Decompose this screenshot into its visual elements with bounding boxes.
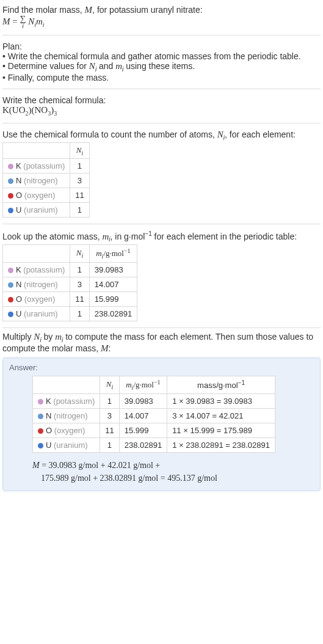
table-row: U (uranium)1238.02891 [3, 306, 137, 321]
sigma-block: ∑i [20, 15, 26, 29]
n-cell: 1 [70, 262, 89, 277]
intro-text-1: Find the molar mass, [2, 5, 85, 15]
lookup-heading-exp: −1 [145, 230, 151, 237]
m-cell: 14.007 [119, 408, 167, 423]
n-cell: 3 [70, 174, 89, 188]
element-cell: O (oxygen) [33, 423, 100, 437]
eq-equals: = [10, 16, 20, 26]
col-N-header: Ni [70, 244, 89, 262]
final-M: M [32, 461, 40, 470]
element-cell: N (nitrogen) [33, 408, 100, 423]
col-mass-exp: −1 [238, 379, 245, 386]
final-line2: 175.989 g/mol + 238.02891 g/mol = 495.13… [32, 474, 217, 483]
plan-b2-and: and [96, 61, 115, 71]
multiply-c: : [109, 343, 111, 353]
eq-lhs: M [2, 16, 10, 26]
mass-cell: 1 × 238.02891 = 238.02891 [167, 437, 275, 452]
m-cell: 238.02891 [119, 437, 167, 452]
col-m-unit: /g·mol [133, 380, 154, 389]
element-symbol: N [16, 280, 24, 289]
write-formula-heading: Write the chemical formula: [2, 95, 321, 105]
element-name: (oxygen) [24, 191, 56, 200]
chem-s3: 3 [54, 110, 57, 117]
count-section: Use the chemical formula to count the nu… [2, 127, 321, 224]
table-row: K (potassium)139.09831 × 39.0983 = 39.09… [33, 393, 275, 408]
element-cell: U (uranium) [3, 306, 70, 321]
plan-b2-N: N [89, 61, 95, 71]
element-name: (potassium) [53, 397, 95, 406]
element-name: (nitrogen) [24, 280, 58, 289]
lookup-section: Look up the atomic mass, mi, in g·mol−1 … [2, 228, 321, 327]
plan-bullet-2: • Determine values for Ni and mi using t… [2, 61, 321, 73]
mass-cell: 1 × 39.0983 = 39.0983 [167, 393, 275, 408]
element-symbol: N [46, 411, 54, 420]
eq-m-sub: i [43, 21, 45, 28]
col-m-unit: /g·mol [103, 249, 124, 258]
element-symbol: U [16, 205, 24, 214]
element-swatch-icon [8, 268, 13, 273]
element-symbol: O [16, 295, 24, 304]
lookup-table: Ni mi/g·mol−1 K (potassium)139.0983N (ni… [2, 244, 137, 321]
answer-label: Answer: [9, 363, 314, 372]
table-row: O (oxygen)11 [3, 188, 90, 203]
multiply-a: Multiply [2, 332, 34, 342]
element-swatch-icon [8, 297, 13, 302]
n-cell: 3 [70, 277, 89, 291]
multiply-by: by [42, 332, 56, 342]
table-row: N (nitrogen)314.007 [3, 277, 137, 291]
final-line1: = 39.0983 g/mol + 42.021 g/mol + [40, 461, 161, 470]
element-swatch-icon [8, 208, 13, 213]
intro-section: Find the molar mass, M, for potassium ur… [2, 2, 321, 35]
table-row: O (oxygen)1115.99911 × 15.999 = 175.989 [33, 423, 275, 437]
col-mass-header: mass/g·mol−1 [167, 376, 275, 393]
plan-heading: Plan: [2, 42, 321, 51]
n-cell: 1 [70, 159, 89, 174]
write-formula-section: Write the chemical formula: K(UO2)(NO3)3 [2, 93, 321, 123]
n-cell: 1 [70, 203, 89, 218]
col-m-header: mi/g·mol−1 [89, 244, 137, 262]
n-cell: 1 [100, 393, 119, 408]
answer-box: Answer: Ni mi/g·mol−1 mass/g·mol−1 K (po… [2, 357, 321, 491]
n-cell: 11 [70, 188, 89, 203]
eq-N: N [28, 16, 34, 26]
element-swatch-icon [38, 399, 43, 404]
element-name: (potassium) [23, 265, 65, 274]
element-cell: U (uranium) [33, 437, 100, 452]
chemical-formula: K(UO2)(NO3)3 [2, 105, 321, 117]
element-cell: N (nitrogen) [3, 174, 70, 188]
element-name: (potassium) [23, 161, 65, 170]
element-cell: O (oxygen) [3, 188, 70, 203]
element-cell: O (oxygen) [3, 291, 70, 306]
count-heading-a: Use the chemical formula to count the nu… [2, 130, 217, 139]
multiply-N: N [34, 332, 40, 342]
table-row: U (uranium)1 [3, 203, 90, 218]
lookup-heading-m: m [102, 232, 109, 241]
m-cell: 39.0983 [89, 262, 137, 277]
element-name: (uranium) [24, 309, 58, 318]
lookup-heading-b: , in g·mol [111, 232, 145, 241]
intro-M: M [85, 5, 93, 15]
element-swatch-icon [8, 282, 13, 288]
element-cell: K (potassium) [3, 159, 70, 174]
lookup-heading-c: for each element in the periodic table: [152, 232, 297, 241]
table-row: N (nitrogen)3 [3, 174, 90, 188]
intro-line: Find the molar mass, M, for potassium ur… [2, 5, 321, 15]
col-m-header: mi/g·mol−1 [119, 376, 167, 393]
element-symbol: U [16, 309, 24, 318]
table-row: N (nitrogen)314.0073 × 14.007 = 42.021 [33, 408, 275, 423]
count-heading-N: N [217, 130, 223, 139]
element-symbol: O [46, 426, 54, 435]
n-cell: 1 [70, 306, 89, 321]
table-row: Ni mi/g·mol−1 mass/g·mol−1 [33, 376, 275, 393]
lookup-heading-a: Look up the atomic mass, [2, 232, 102, 241]
col-N-header: Ni [70, 142, 89, 159]
element-name: (oxygen) [54, 426, 85, 435]
n-cell: 11 [100, 423, 119, 437]
col-N-header: Ni [100, 376, 119, 393]
count-heading: Use the chemical formula to count the nu… [2, 130, 321, 141]
table-row: Ni mi/g·mol−1 [3, 244, 137, 262]
element-cell: K (potassium) [33, 393, 100, 408]
chem-t1: K(UO [2, 105, 26, 115]
table-row: O (oxygen)1115.999 [3, 291, 137, 306]
intro-equation: M = ∑i Nimi [2, 15, 321, 29]
